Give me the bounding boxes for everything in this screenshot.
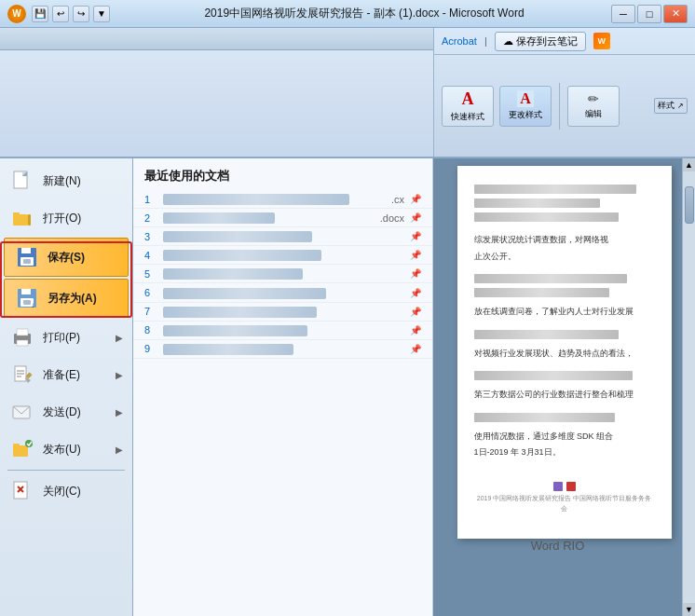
menu-divider (7, 470, 125, 471)
svg-rect-3 (13, 214, 28, 226)
blurred-text-5 (474, 288, 610, 297)
document-content-area: 综发展状况统计调查数据，对网络视 止次公开。 放在线调查问卷，了解业内人士对行业… (433, 158, 695, 616)
scroll-down-btn[interactable]: ▼ (683, 603, 696, 616)
doc-item-2[interactable]: 2 .docx 📌 (133, 209, 432, 227)
menu-item-print[interactable]: 打印(P) ▶ (0, 319, 132, 356)
change-styles-btn[interactable]: A 更改样式 (499, 86, 552, 127)
quick-access-toolbar: 💾 ↩ ↪ ▼ (32, 6, 110, 22)
doc-line-3: 放在线调查问卷，了解业内人士对行业发展 (474, 306, 655, 319)
menu-item-save[interactable]: 保存(S) (4, 238, 129, 277)
menu-item-prepare[interactable]: 准备(E) ▶ (0, 356, 132, 393)
word-rio-text: Word RIO (433, 539, 682, 553)
vertical-scrollbar[interactable]: ▲ ▼ (682, 158, 695, 616)
doc-name-1 (163, 193, 386, 205)
svg-rect-13 (23, 300, 31, 305)
doc-name-6 (163, 286, 404, 298)
doc-item-9[interactable]: 9 📌 (133, 340, 432, 359)
doc-pin-3: 📌 (410, 231, 421, 241)
recent-docs-panel: 最近使用的文档 1 .cx 📌 2 .docx 📌 3 📌 4 📌 5 📌 (133, 158, 433, 616)
menu-item-send[interactable]: 发送(D) ▶ (0, 393, 132, 431)
doc-pin-5: 📌 (410, 268, 421, 279)
doc-footer-text: 2019 中国网络视听发展研究报告 中国网络视听节目服务务务会 (474, 493, 655, 513)
doc-footer-icons (474, 482, 655, 491)
doc-num-1: 1 (144, 194, 157, 205)
menu-item-publish[interactable]: 发布(U) ▶ (0, 431, 132, 468)
ribbon-left (0, 28, 433, 157)
expand-section-btn[interactable]: 样式 ↗ (654, 98, 688, 114)
menu-item-close[interactable]: 关闭(C) (0, 472, 132, 510)
blurred-text-4 (474, 274, 628, 283)
doc-name-9 (163, 343, 404, 355)
acrobat-tab[interactable]: Acrobat (442, 35, 477, 47)
menu-item-send-label: 发送(D) (43, 404, 81, 420)
doc-item-7[interactable]: 7 📌 (133, 303, 432, 322)
svg-rect-17 (17, 340, 28, 346)
svg-rect-11 (21, 289, 31, 294)
svg-rect-25 (13, 444, 20, 446)
menu-item-save-label: 保存(S) (48, 250, 85, 266)
ribbon-separator-v (559, 83, 560, 130)
ribbon-separator-text: | (484, 35, 487, 47)
doc-pin-2: 📌 (410, 212, 421, 223)
menu-item-open[interactable]: 打开(O) (0, 199, 132, 237)
app-icon: W (7, 5, 26, 23)
minimize-btn[interactable]: ─ (611, 5, 635, 23)
doc-pin-1: 📌 (410, 194, 421, 204)
doc-item-5[interactable]: 5 📌 (133, 265, 432, 283)
quick-dropdown-btn[interactable]: ▼ (93, 6, 110, 22)
svg-rect-16 (17, 329, 28, 335)
ribbon-right: Acrobat | ☁ 保存到云笔记 W A 快速样式 A 更改样式 ✏ (433, 28, 695, 157)
doc-item-8[interactable]: 8 📌 (133, 322, 432, 340)
change-styles-label: 更改样式 (509, 109, 542, 121)
main-area: 新建(N) 打开(O) 保存(S) ↓ 另存为(A) (0, 158, 695, 616)
close-icon (9, 478, 35, 504)
undo-btn[interactable]: ↩ (52, 6, 69, 22)
menu-item-close-label: 关闭(C) (43, 484, 81, 500)
doc-num-8: 8 (144, 324, 157, 335)
menu-item-new-label: 新建(N) (43, 173, 81, 189)
ribbon-tabs (0, 28, 433, 50)
doc-name-7 (163, 306, 404, 318)
menu-item-saveas[interactable]: ↓ 另存为(A) (4, 279, 129, 318)
doc-line-4: 对视频行业发展现状、趋势及特点的看法， (474, 348, 655, 361)
menu-item-print-label: 打印(P) (43, 330, 80, 346)
close-btn[interactable]: ✕ (663, 5, 688, 23)
doc-line-5: 第三方数据公司的行业数据进行整合和梳理 (474, 389, 655, 402)
doc-name-4 (163, 249, 404, 261)
doc-line-6: 使用情况数据，通过多维度 SDK 组合 (474, 431, 655, 444)
scroll-thumb[interactable] (685, 186, 694, 224)
quick-styles-btn[interactable]: A 快速样式 (442, 86, 494, 127)
saveas-icon: ↓ (14, 285, 40, 311)
doc-name-2 (163, 212, 375, 224)
menu-item-new[interactable]: 新建(N) (0, 162, 132, 199)
blurred-text-3 (474, 212, 619, 222)
window-title: 2019中国网络视听发展研究报告 - 副本 (1).docx - Microso… (117, 6, 611, 21)
ribbon-tools: A 快速样式 A 更改样式 ✏ 编辑 样式 ↗ (434, 55, 695, 157)
ribbon-content (0, 50, 433, 157)
doc-item-4[interactable]: 4 📌 (133, 246, 432, 265)
redo-btn[interactable]: ↪ (73, 6, 89, 22)
edit-btn[interactable]: ✏ 编辑 (567, 86, 620, 127)
save-quick-btn[interactable]: 💾 (32, 6, 48, 22)
save-cloud-label: 保存到云笔记 (516, 35, 578, 47)
blurred-text-2 (474, 198, 601, 208)
window-controls: ─ □ ✕ (611, 5, 688, 23)
section-expand-icon[interactable]: 样式 ↗ (654, 98, 688, 114)
edit-icon: ✏ (588, 91, 599, 106)
maximize-btn[interactable]: □ (637, 5, 661, 23)
doc-item-1[interactable]: 1 .cx 📌 (133, 190, 432, 209)
scroll-up-btn[interactable]: ▲ (683, 158, 696, 171)
doc-item-3[interactable]: 3 📌 (133, 227, 432, 246)
open-icon (9, 205, 35, 231)
doc-item-6[interactable]: 6 📌 (133, 283, 432, 302)
blurred-text-6 (474, 330, 619, 339)
prepare-arrow-icon: ▶ (116, 370, 123, 380)
menu-item-open-label: 打开(O) (43, 211, 81, 226)
send-icon (9, 399, 35, 425)
svg-rect-7 (21, 248, 31, 253)
quick-styles-label: 快速样式 (451, 111, 484, 123)
doc-line-7: 1日-2019 年 3月31日。 (474, 446, 655, 459)
doc-pin-8: 📌 (410, 325, 421, 335)
menu-item-saveas-label: 另存为(A) (48, 291, 97, 307)
save-cloud-btn[interactable]: ☁ 保存到云笔记 (495, 32, 586, 51)
